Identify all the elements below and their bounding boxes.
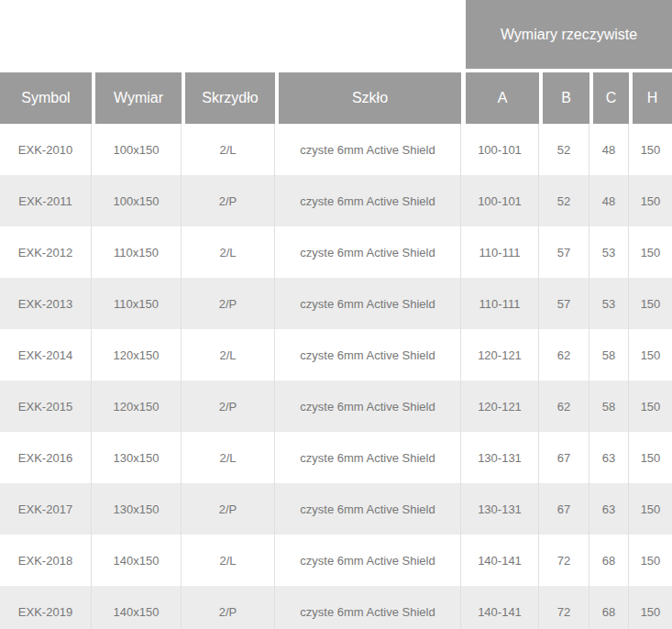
column-header-b: B [539,72,589,124]
cell-szklo: czyste 6mm Active Shield [275,226,461,278]
cell-skrzydlo: 2/P [182,586,275,629]
cell-b: 52 [539,175,589,226]
cell-szklo: czyste 6mm Active Shield [275,586,461,629]
cell-b: 57 [539,278,589,329]
cell-h: 150 [629,278,672,329]
cell-symbol: EXK-2017 [0,483,92,535]
cell-b: 72 [539,535,589,586]
cell-a: 100-101 [461,124,539,175]
group-header-band: Wymiary rzeczywiste [0,0,672,72]
column-header-wymiar: Wymiar [92,72,182,124]
cell-skrzydlo: 2/P [182,278,275,329]
cell-a: 130-131 [461,483,539,535]
cell-c: 63 [589,483,629,535]
cell-szklo: czyste 6mm Active Shield [275,432,461,483]
column-header-skrzydlo: Skrzydło [182,72,275,124]
cell-a: 140-141 [461,535,539,586]
cell-szklo: czyste 6mm Active Shield [275,483,461,535]
cell-h: 150 [629,483,672,535]
cell-b: 62 [539,381,589,432]
cell-b: 67 [539,483,589,535]
column-header-a: A [461,72,539,124]
cell-symbol: EXK-2013 [0,278,92,329]
cell-skrzydlo: 2/L [182,432,275,483]
table-row: EXK-2018 140x150 2/L czyste 6mm Active S… [0,535,672,586]
cell-wymiar: 120x150 [92,329,182,381]
group-header-wymiary-rzeczywiste: Wymiary rzeczywiste [461,0,672,72]
cell-symbol: EXK-2014 [0,329,92,381]
table-row: EXK-2011 100x150 2/P czyste 6mm Active S… [0,175,672,226]
cell-skrzydlo: 2/P [182,381,275,432]
cell-szklo: czyste 6mm Active Shield [275,278,461,329]
cell-c: 68 [589,586,629,629]
cell-symbol: EXK-2016 [0,432,92,483]
cell-szklo: czyste 6mm Active Shield [275,381,461,432]
cell-b: 52 [539,124,589,175]
cell-wymiar: 140x150 [92,586,182,629]
cell-h: 150 [629,329,672,381]
cell-c: 53 [589,226,629,278]
cell-symbol: EXK-2012 [0,226,92,278]
cell-szklo: czyste 6mm Active Shield [275,535,461,586]
cell-wymiar: 120x150 [92,381,182,432]
cell-b: 62 [539,329,589,381]
cell-wymiar: 110x150 [92,278,182,329]
cell-h: 150 [629,226,672,278]
cell-h: 150 [629,586,672,629]
column-header-szklo: Szkło [275,72,461,124]
column-header-c: C [589,72,629,124]
cell-skrzydlo: 2/P [182,483,275,535]
cell-a: 110-111 [461,226,539,278]
table-row: EXK-2016 130x150 2/L czyste 6mm Active S… [0,432,672,483]
cell-h: 150 [629,175,672,226]
cell-wymiar: 100x150 [92,124,182,175]
table-body: EXK-2010 100x150 2/L czyste 6mm Active S… [0,124,672,629]
column-header-symbol: Symbol [0,72,92,124]
cell-a: 120-121 [461,329,539,381]
header-spacer [0,0,461,72]
cell-a: 140-141 [461,586,539,629]
cell-wymiar: 130x150 [92,483,182,535]
cell-a: 130-131 [461,432,539,483]
cell-szklo: czyste 6mm Active Shield [275,124,461,175]
cell-h: 150 [629,535,672,586]
table-row: EXK-2013 110x150 2/P czyste 6mm Active S… [0,278,672,329]
cell-h: 150 [629,381,672,432]
cell-c: 48 [589,124,629,175]
cell-skrzydlo: 2/L [182,226,275,278]
cell-wymiar: 100x150 [92,175,182,226]
cell-c: 48 [589,175,629,226]
cell-symbol: EXK-2011 [0,175,92,226]
column-header-h: H [629,72,672,124]
cell-symbol: EXK-2019 [0,586,92,629]
cell-skrzydlo: 2/L [182,329,275,381]
cell-wymiar: 140x150 [92,535,182,586]
cell-a: 120-121 [461,381,539,432]
table-row: EXK-2015 120x150 2/P czyste 6mm Active S… [0,381,672,432]
cell-wymiar: 110x150 [92,226,182,278]
cell-c: 58 [589,329,629,381]
table-row: EXK-2010 100x150 2/L czyste 6mm Active S… [0,124,672,175]
cell-b: 57 [539,226,589,278]
cell-c: 63 [589,432,629,483]
cell-h: 150 [629,124,672,175]
table-row: EXK-2017 130x150 2/P czyste 6mm Active S… [0,483,672,535]
cell-c: 68 [589,535,629,586]
cell-szklo: czyste 6mm Active Shield [275,329,461,381]
cell-symbol: EXK-2015 [0,381,92,432]
cell-skrzydlo: 2/P [182,175,275,226]
cell-skrzydlo: 2/L [182,124,275,175]
table-row: EXK-2012 110x150 2/L czyste 6mm Active S… [0,226,672,278]
table-header-row: Symbol Wymiar Skrzydło Szkło A B C H [0,72,672,124]
cell-b: 67 [539,432,589,483]
cell-h: 150 [629,432,672,483]
cell-wymiar: 130x150 [92,432,182,483]
cell-symbol: EXK-2018 [0,535,92,586]
product-spec-table-page: Wymiary rzeczywiste Symbol Wymiar Skrzyd… [0,0,672,629]
cell-szklo: czyste 6mm Active Shield [275,175,461,226]
cell-a: 110-111 [461,278,539,329]
cell-b: 72 [539,586,589,629]
table-row: EXK-2019 140x150 2/P czyste 6mm Active S… [0,586,672,629]
cell-c: 53 [589,278,629,329]
cell-skrzydlo: 2/L [182,535,275,586]
